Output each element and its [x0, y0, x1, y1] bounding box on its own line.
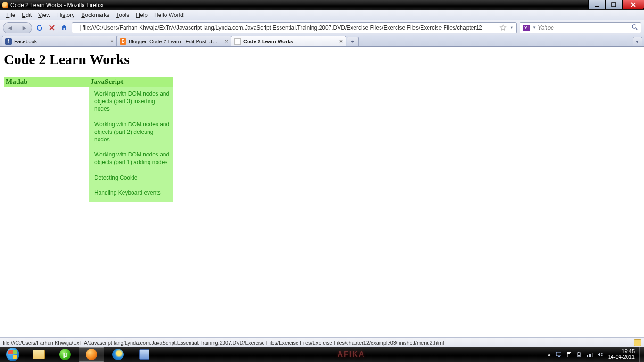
- menu-view[interactable]: View: [35, 11, 54, 19]
- status-text: file:///C:/Users/Farhan Khwaja/ExTrA/Jav…: [3, 340, 634, 346]
- tab-facebook[interactable]: f Facebook ×: [2, 36, 117, 46]
- back-button[interactable]: ◄: [3, 23, 17, 33]
- page-icon: [234, 38, 241, 45]
- window-titlebar: Code 2 Learn Works - Mozilla Firefox: [0, 0, 644, 10]
- wordpad-icon: [139, 349, 149, 360]
- window-title: Code 2 Learn Works - Mozilla Firefox: [10, 2, 104, 8]
- notification-icon[interactable]: [634, 339, 641, 346]
- tab-close-button[interactable]: ×: [110, 38, 114, 45]
- menu-item[interactable]: Handling Keyboard events: [94, 189, 170, 197]
- page-icon: [74, 25, 81, 31]
- svg-rect-0: [595, 6, 599, 7]
- reload-icon: [36, 24, 43, 32]
- facebook-icon: f: [5, 38, 12, 45]
- menu-header-matlab[interactable]: Matlab: [4, 77, 89, 87]
- chevron-down-icon[interactable]: ▼: [532, 25, 536, 30]
- taskbar-background-text: AFIKA: [157, 347, 545, 362]
- menu-item[interactable]: Detecting Cookie: [94, 174, 170, 181]
- svg-rect-11: [578, 352, 579, 353]
- menu-help[interactable]: Help: [132, 11, 151, 19]
- tab-label: Blogger: Code 2 Learn - Edit Post "J…: [129, 39, 223, 44]
- search-icon: [631, 24, 638, 30]
- search-go-button[interactable]: [631, 24, 638, 32]
- status-bar: file:///C:/Users/Farhan Khwaja/ExTrA/Jav…: [0, 337, 644, 347]
- taskbar-firefox[interactable]: [79, 347, 104, 362]
- tray-volume-icon[interactable]: [597, 351, 603, 358]
- stop-button[interactable]: [47, 23, 57, 33]
- show-desktop-button[interactable]: [639, 347, 644, 362]
- svg-rect-14: [589, 354, 590, 357]
- svg-rect-1: [612, 3, 616, 7]
- ie-icon: [112, 349, 124, 360]
- menu-hello-world[interactable]: Hello World!: [151, 11, 188, 19]
- menu-header-javascript[interactable]: JavaScript: [89, 77, 173, 87]
- tab-label: Code 2 Learn Works: [243, 39, 337, 44]
- menu-item[interactable]: Working with DOM,nodes and objects (part…: [94, 90, 170, 113]
- navigation-toolbar: ◄ ► file:///C:/Users/Farhan Khwaja/ExTrA…: [0, 20, 644, 35]
- tab-code2learn[interactable]: Code 2 Learn Works ×: [231, 36, 346, 46]
- menu-item[interactable]: Working with DOM,nodes and objects (part…: [94, 121, 170, 144]
- arrow-right-icon: ►: [21, 24, 28, 32]
- window-controls: [588, 0, 644, 10]
- search-engine-icon[interactable]: Y: [523, 25, 530, 31]
- taskbar-explorer[interactable]: [26, 347, 51, 362]
- menu-column-matlab: Matlab: [4, 77, 89, 87]
- tab-label: Facebook: [14, 39, 108, 44]
- svg-rect-13: [587, 355, 588, 357]
- tab-strip: f Facebook × B Blogger: Code 2 Learn - E…: [0, 35, 644, 47]
- url-text: file:///C:/Users/Farhan Khwaja/ExTrA/Jav…: [83, 25, 497, 31]
- maximize-button[interactable]: [605, 0, 622, 9]
- utorrent-icon: µ: [59, 349, 71, 360]
- page-viewport: Code 2 Learn Works Matlab JavaScript Wor…: [0, 47, 644, 337]
- menu-bookmarks[interactable]: Bookmarks: [78, 11, 113, 19]
- start-button[interactable]: [0, 347, 25, 362]
- url-bar[interactable]: file:///C:/Users/Farhan Khwaja/ExTrA/Jav…: [72, 22, 517, 33]
- menu-tools[interactable]: Tools: [113, 11, 132, 19]
- taskbar-utorrent[interactable]: µ: [52, 347, 78, 362]
- tab-close-button[interactable]: ×: [225, 38, 228, 45]
- firefox-icon: [86, 349, 97, 360]
- menu-item[interactable]: Working with DOM,nodes and objects (part…: [94, 151, 170, 166]
- stop-icon: [49, 25, 55, 31]
- bookmark-star-icon[interactable]: [499, 24, 507, 32]
- windows-logo-icon: [6, 348, 19, 361]
- svg-line-7: [636, 28, 637, 30]
- back-forward-group: ◄ ►: [3, 22, 32, 33]
- close-button[interactable]: [622, 0, 644, 9]
- menu-file[interactable]: File: [3, 11, 18, 19]
- taskbar-wordpad[interactable]: [132, 347, 157, 362]
- tray-battery-icon[interactable]: [576, 351, 583, 358]
- list-all-tabs-button[interactable]: ▼: [633, 37, 642, 46]
- menu-column-javascript: JavaScript Working with DOM,nodes and ob…: [89, 77, 173, 202]
- svg-rect-8: [556, 352, 561, 356]
- menu-edit[interactable]: Edit: [18, 11, 35, 19]
- search-bar[interactable]: Y ▼: [520, 22, 641, 33]
- menubar: File Edit View History Bookmarks Tools H…: [0, 10, 644, 20]
- firefox-icon: [2, 2, 8, 8]
- forward-button[interactable]: ►: [17, 23, 32, 33]
- svg-rect-9: [558, 356, 560, 357]
- arrow-left-icon: ◄: [7, 24, 14, 32]
- tab-blogger[interactable]: B Blogger: Code 2 Learn - Edit Post "J… …: [116, 36, 231, 46]
- url-dropdown-button[interactable]: ▼: [509, 23, 514, 33]
- taskbar-ie[interactable]: [105, 347, 131, 362]
- svg-rect-12: [578, 355, 580, 356]
- minimize-button[interactable]: [588, 0, 605, 9]
- folder-icon: [33, 350, 45, 359]
- svg-rect-16: [592, 353, 593, 357]
- reload-button[interactable]: [35, 23, 44, 33]
- tray-expand-icon[interactable]: ▲: [547, 352, 552, 357]
- menu-history[interactable]: History: [54, 11, 78, 19]
- new-tab-button[interactable]: +: [347, 37, 359, 46]
- tray-network-icon[interactable]: [586, 351, 593, 358]
- home-button[interactable]: [59, 23, 69, 33]
- menu-body-javascript: Working with DOM,nodes and objects (part…: [89, 87, 173, 202]
- tray-clock[interactable]: 19:45 14-04-2011: [607, 349, 637, 360]
- tray-flag-icon[interactable]: [566, 351, 572, 358]
- tab-close-button[interactable]: ×: [339, 38, 343, 45]
- search-input[interactable]: [538, 25, 629, 31]
- blogger-icon: B: [120, 38, 126, 45]
- svg-rect-15: [590, 354, 591, 357]
- home-icon: [60, 24, 68, 32]
- tray-action-center-icon[interactable]: [555, 351, 562, 358]
